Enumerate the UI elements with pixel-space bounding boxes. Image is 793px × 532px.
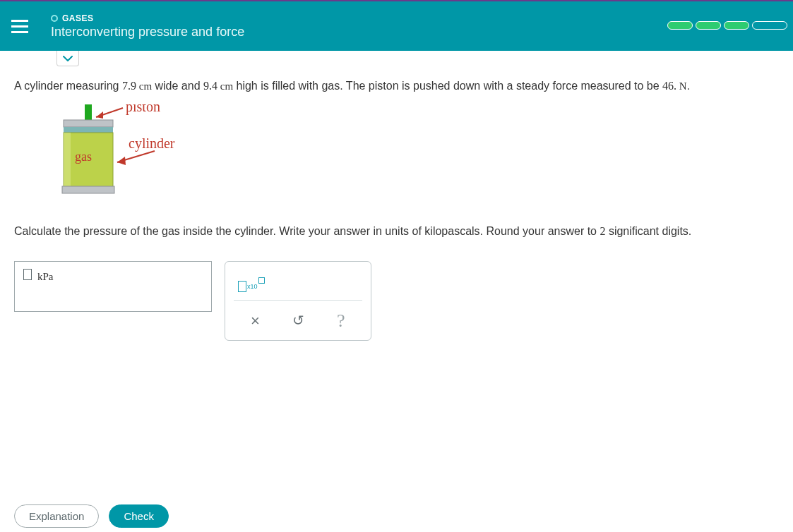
chevron-down-icon	[63, 56, 73, 61]
category-dot-icon	[51, 15, 58, 22]
clear-button[interactable]: ×	[234, 308, 277, 333]
svg-rect-2	[64, 127, 113, 133]
instruction-text: Calculate the pressure of the gas inside…	[14, 223, 779, 240]
progress-segment	[696, 21, 721, 30]
help-button[interactable]: ?	[319, 308, 362, 333]
reset-button[interactable]: ↺	[277, 308, 320, 333]
question-icon: ?	[337, 307, 345, 334]
cylinder-label: cylinder	[129, 135, 175, 152]
menu-icon[interactable]	[11, 16, 31, 36]
dropdown-toggle[interactable]	[56, 51, 79, 66]
page-title: Interconverting pressure and force	[51, 25, 244, 40]
category-text: GASES	[62, 13, 94, 23]
answer-placeholder-icon	[23, 269, 32, 280]
cylinder-diagram: gas piston cylinder	[52, 104, 208, 203]
svg-rect-5	[64, 133, 71, 188]
undo-icon: ↺	[292, 310, 304, 331]
header-titles: GASES Interconverting pressure and force	[51, 13, 244, 40]
sci-base-icon	[238, 281, 246, 292]
check-button[interactable]: Check	[109, 504, 169, 528]
sci-exponent-icon	[258, 277, 265, 284]
svg-rect-1	[64, 120, 113, 127]
category-label: GASES	[51, 13, 244, 23]
sci-x10-label: x10	[247, 282, 258, 292]
footer-bar: Explanation Check	[0, 500, 793, 532]
answer-unit-label: kPa	[37, 269, 54, 285]
gas-label: gas	[75, 150, 92, 164]
math-tools-panel: x10 × ↺ ?	[225, 261, 371, 341]
scientific-notation-button[interactable]: x10	[238, 277, 265, 292]
progress-segment	[667, 21, 693, 30]
content-area: A cylinder measuring 7.9 cm wide and 9.4…	[0, 51, 793, 341]
progress-segment	[724, 21, 749, 30]
piston-label: piston	[126, 104, 160, 115]
progress-segment	[752, 21, 787, 30]
app-header: GASES Interconverting pressure and force	[0, 0, 793, 51]
svg-rect-6	[62, 186, 114, 193]
problem-statement: A cylinder measuring 7.9 cm wide and 9.4…	[14, 78, 779, 95]
close-icon: ×	[251, 309, 260, 332]
answer-input-box[interactable]: kPa	[14, 261, 212, 312]
answer-row: kPa x10 × ↺ ?	[14, 261, 779, 341]
progress-indicator	[667, 21, 787, 30]
explanation-button[interactable]: Explanation	[14, 504, 99, 528]
svg-marker-10	[117, 157, 126, 165]
